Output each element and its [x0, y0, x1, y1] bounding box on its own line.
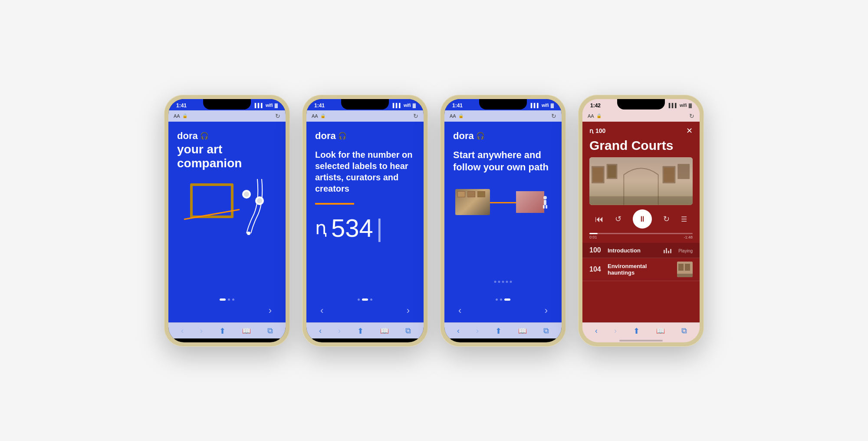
- browser-bar-4: AA 🔒 ↻: [582, 110, 700, 122]
- svg-rect-7: [543, 205, 545, 209]
- screen-2-content: dora 🎧 Look for the number on selected l…: [306, 122, 424, 322]
- refresh-icon-3[interactable]: ↻: [551, 113, 556, 119]
- share-button-3[interactable]: ⬆: [495, 326, 502, 336]
- back-button-4[interactable]: ‹: [595, 326, 598, 335]
- status-bar-2: 1:41 ▌▌▌ wifi ▓: [306, 99, 424, 110]
- player-header: ꞑ 100 ✕: [582, 122, 700, 138]
- phone-1: 1:41 ▌▌▌ wifi ▓ AA 🔒 ↻ dora 🎧: [164, 95, 290, 347]
- time-1: 1:41: [176, 103, 187, 109]
- aa-label: AA: [174, 113, 180, 119]
- track-thumbnail-2: [677, 262, 693, 277]
- playing-text: Playing: [678, 249, 693, 253]
- right-arrow[interactable]: ›: [269, 305, 272, 316]
- track-info-1: Introduction: [608, 247, 658, 254]
- track-list: 100 Introduction Playing: [582, 241, 700, 322]
- dot3-3: [504, 298, 510, 301]
- left-arrow-3[interactable]: ‹: [458, 305, 461, 316]
- nav-dots-1: [177, 296, 277, 303]
- right-arrow-3[interactable]: ›: [545, 305, 548, 316]
- books-button-4[interactable]: 📖: [656, 327, 665, 335]
- screen-2-blue: dora 🎧 Look for the number on selected l…: [306, 122, 424, 322]
- headphone-player-icon: ꞑ: [589, 127, 593, 134]
- bar1: [664, 250, 665, 253]
- books-button-2[interactable]: 📖: [380, 327, 389, 335]
- bar3: [668, 251, 669, 253]
- rewind-button[interactable]: ↺: [615, 214, 621, 224]
- instruction-text: Look for the number on selected labels t…: [315, 149, 415, 194]
- svg-point-4: [247, 232, 250, 235]
- status-icons-2: ▌▌▌ wifi ▓: [393, 103, 416, 108]
- tabs-button-4[interactable]: ⧉: [681, 326, 687, 335]
- player-track-num: ꞑ 100: [589, 127, 605, 134]
- tabs-button-1[interactable]: ⧉: [267, 326, 273, 335]
- number-display: ꞑ 534 |: [315, 213, 415, 242]
- dot3-1: [496, 298, 498, 301]
- playing-bars: [664, 247, 671, 253]
- sdot4: [506, 281, 508, 283]
- back-button-2[interactable]: ‹: [319, 326, 322, 335]
- left-arrow-2[interactable]: ‹: [320, 305, 323, 316]
- notch-4: [617, 99, 665, 109]
- headphone-logo-icon: 🎧: [200, 132, 209, 140]
- play-pause-button[interactable]: ⏸: [633, 209, 652, 229]
- bar4: [670, 249, 671, 253]
- arrow-nav-1[interactable]: ‹ ›: [177, 303, 277, 318]
- back-button-1[interactable]: ‹: [181, 326, 184, 335]
- books-button-3[interactable]: 📖: [518, 327, 527, 335]
- forward-button-3[interactable]: ›: [476, 326, 479, 335]
- lock-icon-2: 🔒: [320, 113, 326, 118]
- svg-rect-20: [685, 264, 690, 271]
- wifi-icon: wifi: [266, 103, 273, 108]
- time-3: 1:41: [452, 103, 463, 109]
- progress-times: 0:01 -1:48: [589, 235, 693, 239]
- skip-back-button[interactable]: ⏮: [595, 214, 604, 224]
- toolbar-4: ‹ › ⬆ 📖 ⧉: [582, 322, 700, 338]
- close-button[interactable]: ✕: [686, 126, 693, 136]
- logo-1: dora 🎧: [177, 130, 277, 142]
- logo-text-3: dora: [453, 130, 474, 142]
- artwork-right-img: [516, 191, 544, 213]
- share-button-1[interactable]: ⬆: [219, 326, 226, 336]
- back-button-3[interactable]: ‹: [457, 326, 460, 335]
- screen-3-blue: dora 🎧 Start anywhere and follow your ow…: [444, 122, 562, 322]
- arrow-nav-2[interactable]: ‹ ›: [315, 303, 415, 318]
- time-2: 1:41: [314, 103, 325, 109]
- current-time: 0:01: [589, 235, 597, 239]
- dot2-3: [370, 298, 372, 301]
- svg-rect-17: [589, 196, 693, 205]
- forward-button-2[interactable]: ›: [338, 326, 341, 335]
- books-button-1[interactable]: 📖: [242, 327, 251, 335]
- screen-1-blue: dora 🎧 your art companion: [168, 122, 286, 322]
- forward-button-player[interactable]: ↻: [663, 214, 670, 224]
- tabs-button-3[interactable]: ⧉: [543, 326, 549, 335]
- dot-3: [232, 298, 234, 301]
- home-indicator-3: [481, 340, 525, 342]
- status-bar-3: 1:41 ▌▌▌ wifi ▓: [444, 99, 562, 110]
- notch-1: [203, 99, 251, 109]
- right-arrow-2[interactable]: ›: [407, 305, 410, 316]
- screen3-text: Start anywhere and follow your own path: [453, 149, 553, 174]
- progress-fill: [589, 233, 598, 234]
- svg-point-5: [543, 196, 547, 199]
- track-item-2[interactable]: 104 Environmental hauntings: [582, 258, 700, 281]
- share-button-4[interactable]: ⬆: [633, 326, 640, 336]
- dot-1: [220, 298, 226, 301]
- arrow-nav-3[interactable]: ‹ ›: [453, 303, 553, 318]
- painting-1: [457, 191, 465, 197]
- screen-4-red: ꞑ 100 ✕ Grand Courts: [582, 122, 700, 322]
- refresh-icon-2[interactable]: ↻: [413, 113, 418, 119]
- nav-dots-3: [453, 296, 553, 303]
- track-item-1[interactable]: 100 Introduction Playing: [582, 243, 700, 258]
- remaining-time: -1:48: [684, 235, 693, 239]
- progress-track[interactable]: [589, 233, 693, 234]
- track-name-1: Introduction: [608, 247, 658, 254]
- refresh-icon-4[interactable]: ↻: [689, 113, 694, 119]
- refresh-icon[interactable]: ↻: [275, 113, 280, 119]
- forward-button-1[interactable]: ›: [200, 326, 203, 335]
- lock-icon: 🔒: [182, 113, 187, 118]
- tabs-button-2[interactable]: ⧉: [405, 326, 411, 335]
- signal-icon: ▌▌▌: [255, 103, 264, 108]
- playlist-button[interactable]: ☰: [681, 215, 687, 223]
- forward-button-4[interactable]: ›: [614, 326, 617, 335]
- share-button-2[interactable]: ⬆: [357, 326, 364, 336]
